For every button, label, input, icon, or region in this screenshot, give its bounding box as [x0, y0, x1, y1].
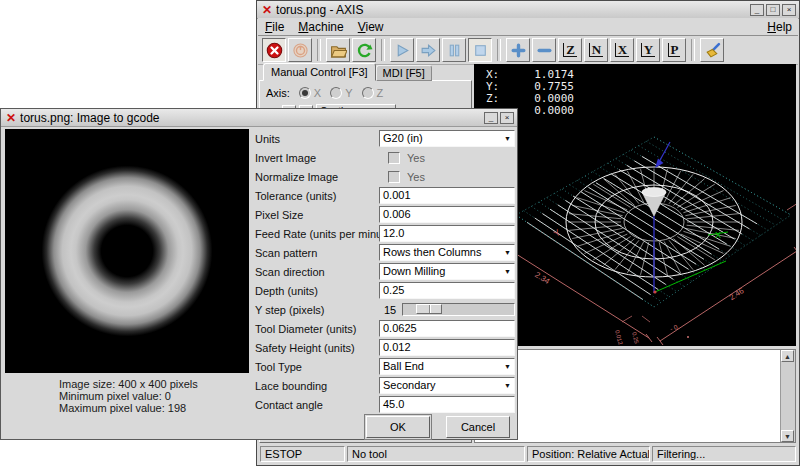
minimize-button[interactable]: _	[750, 4, 764, 16]
lace-bounding-label: Lace bounding	[255, 380, 379, 392]
reload-button[interactable]	[352, 38, 376, 62]
stop-button[interactable]	[468, 38, 492, 62]
chevron-down-icon: ▼	[504, 131, 511, 146]
tool-type-select[interactable]: Ball End▼	[379, 358, 515, 375]
axis-radio-label-x: X	[314, 87, 321, 99]
scrollbar[interactable]: ▲ ▼	[780, 350, 795, 442]
view-x-icon: X	[615, 43, 629, 57]
lace-bounding-select[interactable]: Secondary▼	[379, 377, 515, 394]
zoom-in-button[interactable]	[506, 38, 530, 62]
y-step-pixels-slider[interactable]	[402, 303, 515, 316]
axis-radio-x[interactable]	[299, 87, 311, 99]
machine-power-button[interactable]	[288, 38, 312, 62]
tool-diameter-units-label: Tool Diameter (units)	[255, 323, 379, 335]
axis-app-icon: ✕	[262, 4, 272, 16]
zoom-out-button[interactable]	[532, 38, 556, 62]
invert-image-checkbox-label: Yes	[407, 152, 425, 164]
form-row-tool-diameter-units: Tool Diameter (units)0.0625	[255, 319, 517, 338]
view-z-rotated-icon: N	[589, 43, 603, 57]
form-row-lace-bounding: Lace boundingSecondary▼	[255, 376, 517, 395]
maximize-button[interactable]: □	[766, 4, 780, 16]
tab-bar: Manual Control [F3]MDI [F5]	[263, 64, 432, 81]
menubar: FileMachineViewHelp	[258, 18, 798, 36]
toolbar: ZNXYP	[258, 36, 798, 65]
ok-button[interactable]: OK	[366, 416, 430, 438]
view-z-rotated-button[interactable]: N	[584, 38, 608, 62]
axis-radio-y[interactable]	[330, 87, 342, 99]
contact-angle-entry[interactable]: 45.0	[379, 396, 515, 413]
view-perspective-icon: P	[668, 43, 681, 57]
minimize-button[interactable]: _	[484, 112, 498, 124]
axis-titlebar[interactable]: ✕ torus.png - AXIS _□×	[257, 1, 799, 19]
scan-pattern-select[interactable]: Rows then Columns▼	[379, 244, 515, 261]
invert-image-checkbox[interactable]	[388, 152, 400, 164]
dro-value: 0.0000	[528, 105, 574, 117]
view-x-button[interactable]: X	[610, 38, 634, 62]
tab-manual-control-f3[interactable]: Manual Control [F3]	[263, 63, 376, 81]
open-file-button[interactable]	[326, 38, 350, 62]
dialog-titlebar[interactable]: ✕ torus.png: Image to gcode _×	[1, 109, 517, 127]
scroll-up-arrow[interactable]: ▲	[781, 350, 794, 362]
run-button[interactable]	[390, 38, 414, 62]
view-z-button[interactable]: Z	[558, 38, 582, 62]
view-perspective-button[interactable]: P	[662, 38, 686, 62]
form-row-depth-units: Depth (units)0.25	[255, 281, 517, 300]
image-info-line-3: Maximum pixel value: 198	[59, 402, 198, 414]
menu-item-view[interactable]: View	[351, 19, 391, 35]
units-select[interactable]: G20 (in)▼	[379, 130, 515, 147]
menu-item-machine[interactable]: Machine	[291, 19, 350, 35]
estop-button[interactable]	[262, 38, 286, 62]
scan-direction-value: Down Milling	[383, 264, 445, 279]
clear-plot-button[interactable]	[700, 38, 724, 62]
axis-radio-z[interactable]	[362, 87, 374, 99]
torus-image-preview	[5, 129, 249, 373]
contact-angle-label: Contact angle	[255, 399, 379, 411]
chevron-down-icon: ▼	[504, 245, 511, 260]
close-button[interactable]: ×	[782, 4, 796, 16]
gcode-listing[interactable]: ▲ ▼	[474, 349, 796, 443]
normalize-image-checkbox-label: Yes	[407, 171, 425, 183]
estop-status: ESTOP	[260, 446, 345, 462]
tool-status: No tool	[347, 446, 525, 462]
view-y-button[interactable]: Y	[636, 38, 660, 62]
chevron-down-icon: ▼	[504, 359, 511, 374]
tool-type-value: Ball End	[383, 359, 424, 374]
clear-plot-icon	[704, 42, 721, 59]
tool-diameter-units-entry[interactable]: 0.0625	[379, 320, 515, 337]
safety-height-units-entry[interactable]: 0.012	[379, 339, 515, 356]
step-button[interactable]	[416, 38, 440, 62]
gcode-settings-form: UnitsG20 (in)▼Invert ImageYesNormalize I…	[255, 129, 517, 414]
scroll-down-arrow[interactable]: ▼	[781, 430, 794, 442]
depth-units-entry[interactable]: 0.25	[379, 282, 515, 299]
form-row-scan-direction: Scan directionDown Milling▼	[255, 262, 517, 281]
svg-text:X: X	[715, 230, 721, 240]
tool-type-label: Tool Type	[255, 361, 379, 373]
zoom-in-icon	[510, 42, 527, 59]
menu-item-file[interactable]: File	[258, 19, 291, 35]
close-button[interactable]: ×	[500, 112, 514, 124]
chevron-down-icon: ▼	[504, 378, 511, 393]
form-row-contact-angle: Contact angle45.0	[255, 395, 517, 414]
form-row-units: UnitsG20 (in)▼	[255, 129, 517, 148]
cancel-button[interactable]: Cancel	[446, 416, 510, 438]
toolbar-separator	[317, 39, 321, 61]
svg-text:2.46: 2.46	[728, 286, 746, 302]
depth-units-label: Depth (units)	[255, 285, 379, 297]
toolbar-separator	[381, 39, 385, 61]
slider-handle[interactable]	[416, 304, 442, 314]
feed-rate-units-per-minute-entry[interactable]: 12.0	[379, 225, 515, 242]
tab-mdi-f5[interactable]: MDI [F5]	[376, 65, 432, 81]
feed-rate-units-per-minute-label: Feed Rate (units per minute)	[255, 228, 379, 240]
image-info-line-1: Image size: 400 x 400 pixels	[59, 378, 198, 390]
menu-item-help[interactable]: Help	[761, 19, 798, 35]
preview-panel: X:1.0174Y:0.7755Z:0.00000.0000 XY2.342.4…	[474, 64, 796, 346]
statusbar: ESTOPNo toolPosition: Relative ActualFil…	[258, 445, 798, 464]
pause-button[interactable]	[442, 38, 466, 62]
form-row-normalize-image: Normalize ImageYes	[255, 167, 517, 186]
normalize-image-checkbox[interactable]	[388, 171, 400, 183]
scan-direction-select[interactable]: Down Milling▼	[379, 263, 515, 280]
pixel-size-entry[interactable]: 0.006	[379, 206, 515, 223]
tolerance-units-entry[interactable]: 0.001	[379, 187, 515, 204]
form-row-feed-rate-units-per-minute: Feed Rate (units per minute)12.0	[255, 224, 517, 243]
form-row-y-step-pixels: Y step (pixels)15	[255, 300, 517, 319]
